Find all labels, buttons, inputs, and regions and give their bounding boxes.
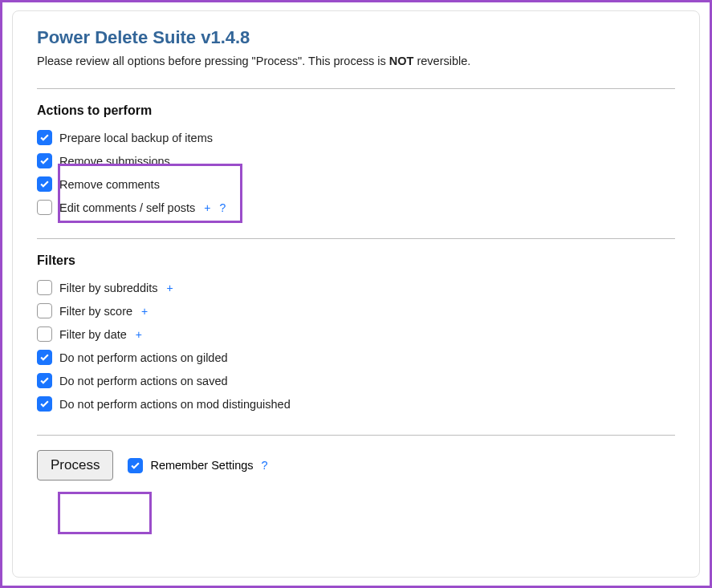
- checkbox-remove-submissions[interactable]: [37, 153, 52, 168]
- option-label: Remove submissions: [59, 155, 170, 168]
- actions-section: Actions to perform Prepare local backup …: [37, 103, 675, 219]
- help-link[interactable]: ?: [262, 459, 268, 472]
- filters-heading: Filters: [37, 253, 675, 268]
- expand-link[interactable]: +: [204, 201, 210, 214]
- divider: [37, 88, 675, 89]
- checkbox-remove-comments[interactable]: [37, 176, 52, 192]
- checkbox-filter-date[interactable]: [37, 326, 52, 342]
- option-label: Filter by score: [59, 305, 132, 318]
- checkbox-skip-mod[interactable]: [37, 396, 52, 412]
- divider: [37, 435, 675, 436]
- check-icon: [39, 399, 50, 409]
- subtitle-post: reversible.: [413, 55, 470, 67]
- option-label: Filter by date: [59, 328, 127, 341]
- check-icon: [39, 156, 50, 166]
- page-title: Power Delete Suite v1.4.8: [37, 27, 675, 48]
- check-icon: [39, 352, 50, 363]
- divider: [37, 238, 675, 239]
- check-icon: [39, 179, 50, 189]
- option-label: Do not perform actions on saved: [59, 375, 228, 387]
- option-remove-comments: Remove comments: [37, 172, 675, 196]
- checkbox-remember[interactable]: [128, 458, 143, 473]
- checkbox-filter-score[interactable]: [37, 303, 52, 318]
- checkbox-filter-subreddits[interactable]: [37, 280, 52, 295]
- check-icon: [130, 460, 140, 471]
- subtitle-bold: NOT: [389, 55, 414, 67]
- check-icon: [39, 375, 50, 386]
- checkbox-edit-comments[interactable]: [37, 200, 52, 215]
- option-remove-submissions: Remove submissions: [37, 149, 675, 172]
- filters-section: Filters Filter by subreddits + Filter by…: [37, 253, 675, 416]
- option-filter-subreddits: Filter by subreddits +: [37, 276, 675, 299]
- process-button[interactable]: Process: [37, 450, 113, 481]
- checkbox-backup[interactable]: [37, 130, 52, 145]
- expand-link[interactable]: +: [167, 282, 173, 294]
- option-label: Do not perform actions on gilded: [59, 351, 228, 364]
- option-edit-comments: Edit comments / self posts +?: [37, 196, 675, 219]
- option-skip-gilded: Do not perform actions on gilded: [37, 346, 675, 369]
- main-panel: Power Delete Suite v1.4.8 Please review …: [12, 10, 700, 578]
- checkbox-skip-gilded[interactable]: [37, 350, 52, 365]
- check-icon: [39, 132, 50, 143]
- option-label: Do not perform actions on mod distinguis…: [59, 398, 291, 411]
- remember-label: Remember Settings: [150, 459, 253, 472]
- option-backup: Prepare local backup of items: [37, 126, 675, 149]
- option-filter-score: Filter by score +: [37, 299, 675, 322]
- bottom-row: Process Remember Settings?: [37, 450, 675, 481]
- help-link[interactable]: ?: [219, 201, 226, 214]
- option-label: Filter by subreddits: [59, 282, 158, 294]
- subtitle-text: Please review all options before pressin…: [37, 55, 675, 67]
- expand-link[interactable]: +: [136, 328, 142, 341]
- expand-link[interactable]: +: [141, 305, 148, 318]
- screenshot-frame: Power Delete Suite v1.4.8 Please review …: [0, 0, 712, 588]
- option-label: Prepare local backup of items: [59, 132, 213, 144]
- option-filter-date: Filter by date +: [37, 322, 675, 346]
- subtitle-pre: Please review all options before pressin…: [37, 55, 389, 67]
- option-skip-saved: Do not perform actions on saved: [37, 369, 675, 392]
- option-skip-mod: Do not perform actions on mod distinguis…: [37, 392, 675, 416]
- remember-settings: Remember Settings?: [128, 458, 267, 473]
- option-label: Edit comments / self posts: [59, 201, 195, 214]
- option-label: Remove comments: [59, 178, 160, 191]
- checkbox-skip-saved[interactable]: [37, 373, 52, 388]
- actions-heading: Actions to perform: [37, 103, 675, 118]
